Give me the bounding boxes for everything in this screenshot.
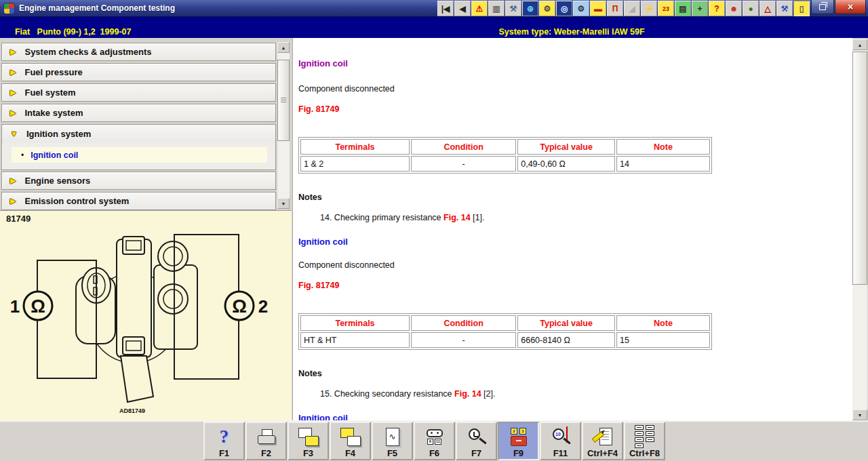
sidebar-item-emission-control[interactable]: ▶ Emission control system [1, 192, 276, 210]
service-icon[interactable]: ⚒ [776, 1, 793, 16]
wheels-icon[interactable]: ◎ [556, 1, 572, 16]
abs-icon[interactable]: △ [760, 1, 776, 16]
component-locations-icon: 23 [511, 428, 527, 446]
air-conditioning-icon[interactable]: ● [743, 1, 759, 16]
sidebar-item-fuel-system[interactable]: ▶ Fuel system [1, 83, 276, 102]
sidebar-item-fuel-pressure[interactable]: ▶ Fuel pressure [1, 63, 276, 81]
nav-back-icon[interactable]: ◀ [454, 1, 471, 16]
vehicle-lift-icon[interactable]: Π [607, 1, 623, 16]
grip-icon [281, 98, 286, 104]
scroll-down-icon[interactable]: ▼ [852, 409, 867, 420]
fkey-figure2-button[interactable]: F4 [330, 422, 371, 460]
table-cell: 0,49-0,60 Ω [517, 156, 615, 172]
tools-icon[interactable]: ⚒ [505, 1, 521, 16]
note-line: 14. Checking primary resistance Fig. 14 … [320, 213, 484, 222]
scroll-down-icon[interactable]: ▼ [277, 198, 290, 209]
condition-text: Component disconnected [298, 260, 395, 270]
column-header: Condition [411, 139, 516, 155]
sidebar-group-ignition-system: ▼ Ignition system • Ignition coil [1, 124, 276, 170]
fkey-magnify-button[interactable]: 10 F11 [540, 422, 581, 460]
top-toolbar: |◀ ◀ ⚠ ▥ ⚒ ⊕ ⚙ ◎ ⚙ ▬ Π ◢ ⚡ 23 ▤ + ? ☻ ● … [437, 1, 810, 16]
column-header: Condition [411, 315, 516, 331]
table-cell: 6660-8140 Ω [517, 332, 615, 348]
arrow-right-icon: ▶ [10, 68, 16, 76]
vehicle-header: Fiat Punto (99-) 1,2 1999-07 Engine code… [0, 17, 868, 38]
table-cell: 15 [616, 332, 710, 348]
arrow-right-icon: ▶ [10, 109, 16, 117]
print-icon[interactable]: ▤ [675, 1, 691, 16]
arrow-right-icon: ▶ [10, 89, 16, 96]
measurements-icon[interactable]: + [692, 1, 708, 16]
adjustments-icon[interactable]: ⚙ [539, 1, 555, 16]
fkey-wiring-diagram-button[interactable]: ∿ F5 [372, 422, 413, 460]
ignition-coil-diagram: Ω Ω 1 2 [0, 216, 292, 413]
figure-reference-link[interactable]: Fig. 14 [454, 389, 481, 399]
fkey-print-button[interactable]: F2 [245, 422, 287, 460]
content-scrollbar[interactable]: ▲ ▼ [852, 39, 867, 420]
arrow-right-icon: ▶ [10, 177, 16, 184]
figure-cards-icon [298, 428, 319, 446]
arrow-right-icon: ▶ [10, 197, 16, 205]
section-heading: Ignition coil [298, 237, 348, 247]
battery-test-icon[interactable]: ▯ [793, 1, 810, 16]
sidebar-item-engine-sensors[interactable]: ▶ Engine sensors [1, 172, 276, 190]
fkey-figure1-button[interactable]: F3 [288, 422, 329, 460]
bullet-icon: • [21, 151, 24, 160]
question-mark-icon: ? [220, 428, 229, 446]
warning-icon[interactable]: ⚠ [471, 1, 488, 16]
sidebar-scrollbar-thumb[interactable] [277, 60, 290, 141]
technical-data-icon[interactable]: ⊕ [522, 1, 538, 16]
printer-icon [256, 429, 277, 445]
spark-plug-icon[interactable]: ⚡ [641, 1, 657, 16]
table-row: 1 & 2 - 0,49-0,60 Ω 14 [300, 156, 710, 172]
fkey-timing-button[interactable]: F7 [456, 422, 497, 460]
fkey-connector-button[interactable]: 611 F6 [414, 422, 455, 460]
sidebar-item-ignition-system[interactable]: ▼ Ignition system [2, 125, 275, 143]
ohm-symbol: Ω [31, 296, 45, 317]
help-vehicle-icon[interactable]: ? [709, 1, 725, 16]
fkey-edit-notes-button[interactable]: Ctrl+F4 [582, 422, 623, 460]
scroll-up-icon[interactable]: ▲ [852, 39, 867, 50]
timing-gears-icon[interactable]: ⚙ [573, 1, 589, 16]
section-heading: Ignition coil [298, 58, 348, 68]
list-icon [635, 425, 654, 448]
nav-first-icon[interactable]: |◀ [437, 1, 454, 16]
notes-title: Notes [298, 193, 322, 202]
sidebar-item-intake-system[interactable]: ▶ Intake system [1, 104, 276, 122]
sidebar: ▶ System checks & adjustments ▶ Fuel pre… [0, 38, 292, 210]
ramp-icon[interactable]: ◢ [624, 1, 640, 16]
spec-table: Terminals Condition Typical value Note 1… [298, 137, 712, 174]
magnifier-ten-icon: 10 [551, 428, 571, 446]
restore-button[interactable] [811, 0, 834, 14]
sidebar-item-system-checks[interactable]: ▶ System checks & adjustments [1, 43, 276, 61]
meter-1-label: 1 [10, 296, 20, 317]
fkey-component-locations-button[interactable]: 23 F9 [498, 422, 539, 460]
content-scrollbar-thumb[interactable] [852, 52, 867, 285]
component-locations-icon[interactable]: 23 [658, 1, 674, 16]
reference-panel-icon[interactable]: ▥ [488, 1, 505, 16]
function-key-bar: ? F1 F2 F3 F4 ∿ F5 611 F6 F7 23 F9 10 F1… [0, 420, 868, 461]
figure-caption: AD81749 [119, 407, 145, 414]
figure-reference-link[interactable]: Fig. 81749 [298, 104, 339, 114]
window-controls: × [810, 0, 866, 14]
column-header: Terminals [300, 139, 410, 155]
sidebar-scrollbar[interactable]: ▲ ▼ [277, 42, 290, 209]
figure-reference-link[interactable]: Fig. 14 [443, 213, 471, 222]
arrow-down-icon: ▼ [10, 130, 18, 138]
scroll-up-icon[interactable]: ▲ [277, 42, 290, 53]
section-heading-clipped: Ignition coil [298, 413, 348, 420]
close-icon: × [848, 1, 853, 12]
sidebar-subitem-ignition-coil[interactable]: • Ignition coil [12, 147, 267, 163]
table-header-row: Terminals Condition Typical value Note [300, 139, 710, 155]
restore-icon [819, 4, 826, 10]
magnifier-clock-icon [467, 428, 487, 446]
airbag-icon[interactable]: ☻ [726, 1, 742, 16]
notes-title: Notes [298, 369, 322, 378]
fkey-list-button[interactable]: Ctrl+F8 [624, 422, 665, 460]
fkey-help-button[interactable]: ? F1 [203, 422, 245, 460]
table-header-row: Terminals Condition Typical value Note [300, 315, 710, 331]
system-type: System type: Weber-Marelli IAW 59F [292, 27, 852, 37]
close-button[interactable]: × [835, 0, 866, 14]
car-diagnostics-icon[interactable]: ▬ [590, 1, 606, 16]
figure-reference-link[interactable]: Fig. 81749 [298, 281, 339, 290]
